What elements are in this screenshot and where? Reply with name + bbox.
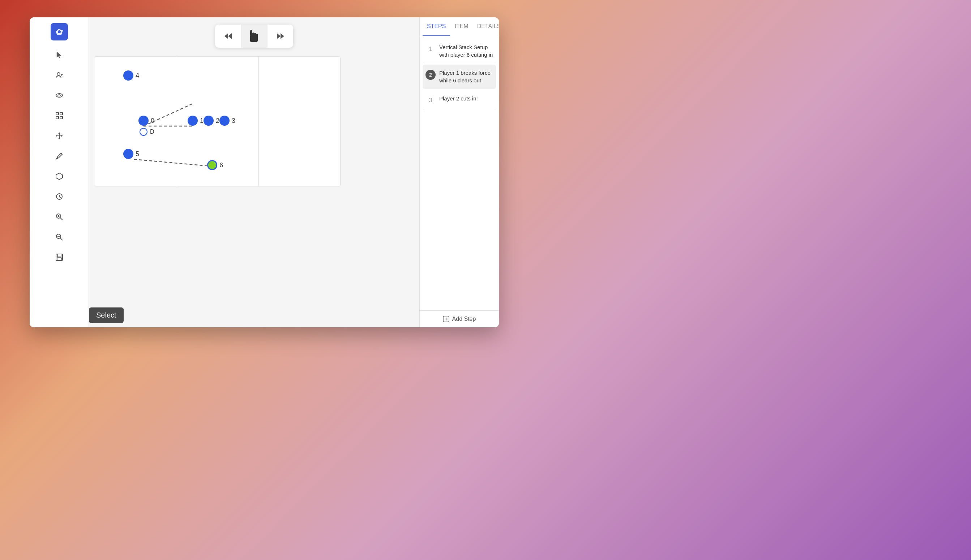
move-tool[interactable] <box>51 127 68 145</box>
player-D[interactable] <box>140 128 147 136</box>
player-5-label: 5 <box>135 150 139 158</box>
svg-rect-7 <box>60 116 63 119</box>
steps-list: 1 Vertical Stack Setup with player 6 cut… <box>420 36 499 310</box>
step-text-1: Vertical Stack Setup with player 6 cutti… <box>439 43 493 58</box>
svg-rect-13 <box>57 254 61 257</box>
main-canvas-area: 4 0 D 1 2 3 <box>89 17 419 327</box>
player-0-label: 0 <box>151 117 154 125</box>
step-text-2: Player 1 breaks force while 6 clears out <box>439 69 493 84</box>
svg-marker-24 <box>277 33 281 39</box>
history-tool[interactable] <box>51 188 68 205</box>
svg-marker-25 <box>281 33 284 39</box>
player-3-label: 3 <box>232 117 235 125</box>
step-number-1: 1 <box>426 44 436 54</box>
zoom-out-tool[interactable] <box>51 228 68 246</box>
step-number-3: 3 <box>426 95 436 105</box>
player-5[interactable] <box>123 149 134 159</box>
svg-point-23 <box>250 30 252 32</box>
svg-rect-5 <box>60 112 63 115</box>
player-6-label: 6 <box>219 162 223 169</box>
zoom-in-tool[interactable] <box>51 208 68 225</box>
svg-rect-6 <box>56 116 58 119</box>
player-4[interactable] <box>123 70 134 80</box>
right-panel: STEPS ITEM DETAILS 1 Vertical Stack Setu… <box>419 17 499 327</box>
svg-marker-8 <box>56 173 63 180</box>
add-step-button[interactable]: Add Step <box>420 310 499 327</box>
left-toolbar <box>30 17 89 327</box>
svg-rect-21 <box>250 35 258 42</box>
player-D-label: D <box>150 128 154 135</box>
select-tool[interactable] <box>51 46 68 63</box>
draw-tool[interactable] <box>51 147 68 165</box>
player-1-label: 1 <box>200 117 204 125</box>
step-item-1[interactable]: 1 Vertical Stack Setup with player 6 cut… <box>423 39 496 63</box>
pause-button[interactable] <box>241 25 267 48</box>
field-line-2 <box>259 57 259 186</box>
player-2[interactable] <box>204 116 214 126</box>
svg-marker-16 <box>228 33 232 39</box>
player-2-label: 2 <box>216 117 219 125</box>
svg-point-2 <box>56 93 63 97</box>
player-4-label: 4 <box>135 72 139 80</box>
playing-field[interactable]: 4 0 D 1 2 3 <box>95 57 341 187</box>
field-line-1 <box>177 57 177 186</box>
player-0[interactable] <box>139 116 149 126</box>
save-tool[interactable] <box>51 248 68 266</box>
svg-rect-14 <box>57 258 62 260</box>
tab-details[interactable]: DETAILS <box>473 17 499 36</box>
step-text-3: Player 2 cuts in! <box>439 95 493 102</box>
step-number-2: 2 <box>426 70 436 80</box>
step-item-3[interactable]: 3 Player 2 cuts in! <box>423 90 496 110</box>
rewind-button[interactable] <box>215 25 241 48</box>
svg-point-3 <box>58 95 61 96</box>
player-1[interactable] <box>188 116 198 126</box>
select-button[interactable]: Select <box>89 307 124 323</box>
app-logo[interactable] <box>51 23 68 40</box>
panel-tabs: STEPS ITEM DETAILS <box>420 17 499 36</box>
svg-point-0 <box>58 30 61 33</box>
add-step-icon <box>443 316 450 322</box>
forward-button[interactable] <box>267 25 293 48</box>
svg-marker-15 <box>224 33 228 39</box>
player-6[interactable] <box>207 160 217 170</box>
tab-item[interactable]: ITEM <box>450 17 473 36</box>
disc-tool[interactable] <box>51 87 68 104</box>
formation-tool[interactable] <box>51 107 68 124</box>
add-player-tool[interactable] <box>51 67 68 84</box>
playback-controls <box>215 25 293 48</box>
svg-line-28 <box>134 159 207 166</box>
step-item-2[interactable]: 2 Player 1 breaks force while 6 clears o… <box>423 65 496 89</box>
tab-steps[interactable]: STEPS <box>423 17 450 36</box>
svg-point-1 <box>57 73 60 75</box>
player-3[interactable] <box>219 116 229 126</box>
svg-rect-4 <box>56 112 58 115</box>
field-container: 4 0 D 1 2 3 <box>95 57 414 307</box>
add-step-label: Add Step <box>452 316 476 322</box>
polygon-tool[interactable] <box>51 168 68 185</box>
